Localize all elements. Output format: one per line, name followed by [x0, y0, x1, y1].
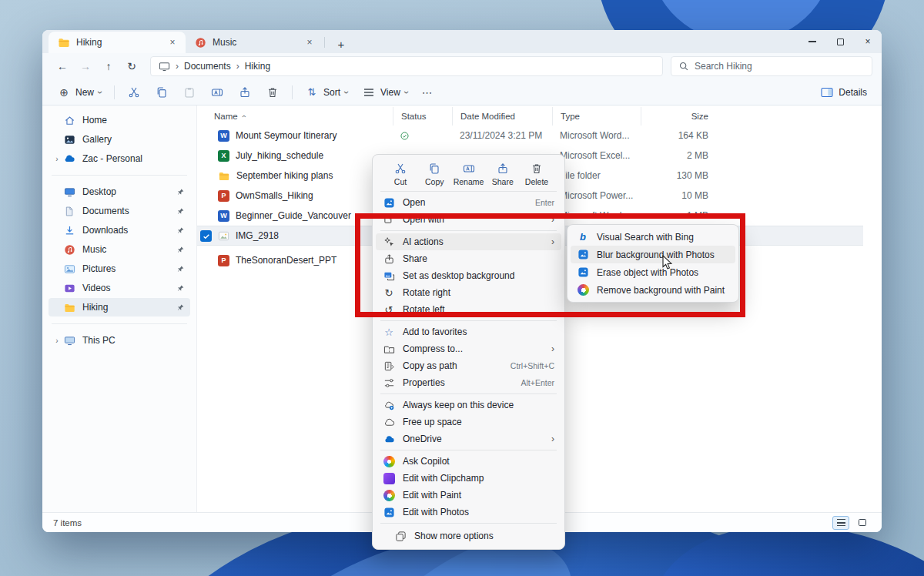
- expand-chevron-icon[interactable]: ›: [52, 337, 62, 345]
- pin-icon[interactable]: [175, 284, 186, 293]
- pin-icon[interactable]: [175, 226, 186, 235]
- pin-icon[interactable]: [175, 246, 186, 254]
- menu-item-edit-with-photos[interactable]: Edit with Photos: [376, 504, 561, 521]
- menu-item-edit-with-clipchamp[interactable]: Edit with Clipchamp: [376, 470, 561, 487]
- delete-button[interactable]: [259, 82, 286, 103]
- search-input[interactable]: [695, 61, 865, 72]
- rotate-left-icon: ↺: [383, 303, 395, 316]
- file-row[interactable]: WMount Seymour Itinerary 23/11/2024 3:21…: [197, 126, 882, 146]
- more-options-button[interactable]: ⋯: [415, 82, 440, 103]
- pin-icon[interactable]: [175, 207, 186, 216]
- submenu-item-visual-search-bing[interactable]: b Visual Search with Bing: [571, 228, 735, 246]
- column-header-size[interactable]: Size: [641, 107, 718, 126]
- refresh-button[interactable]: ↻: [121, 56, 142, 76]
- menu-item-always-keep-on-device[interactable]: Always keep on this device: [376, 397, 561, 414]
- sidebar-item-pictures[interactable]: Pictures: [49, 260, 190, 278]
- submenu-item-blur-background-photos[interactable]: Blur background with Photos: [571, 246, 735, 263]
- chevron-down-icon: ›: [342, 91, 351, 94]
- forward-button[interactable]: →: [75, 56, 96, 76]
- copy-command[interactable]: Copy: [419, 162, 450, 186]
- search-box[interactable]: [671, 56, 872, 76]
- menu-item-add-to-favorites[interactable]: ☆ Add to favorites: [376, 323, 561, 340]
- new-tab-button[interactable]: +: [331, 35, 351, 53]
- breadcrumb[interactable]: › Documents › Hiking: [150, 56, 663, 76]
- share-command[interactable]: Share: [487, 162, 518, 186]
- menu-item-ask-copilot[interactable]: Ask Copilot: [376, 453, 561, 470]
- details-view-button[interactable]: [832, 516, 849, 530]
- close-button[interactable]: ×: [854, 30, 882, 53]
- tab-hiking[interactable]: Hiking ×: [49, 32, 186, 53]
- rename-command[interactable]: Rename: [454, 162, 484, 186]
- expand-chevron-icon[interactable]: ›: [52, 155, 62, 163]
- chevron-right-icon: ›: [236, 61, 239, 72]
- selected-checkbox[interactable]: [200, 230, 212, 242]
- menu-item-onedrive[interactable]: OneDrive ›: [376, 430, 561, 447]
- pin-icon[interactable]: [175, 265, 186, 273]
- large-icons-view-button[interactable]: [854, 516, 871, 530]
- menu-item-share[interactable]: Share: [376, 250, 561, 267]
- tab-music[interactable]: Music ×: [186, 32, 323, 53]
- copy-button[interactable]: [148, 82, 176, 103]
- back-button[interactable]: ←: [52, 56, 73, 76]
- sort-button[interactable]: ⇅ Sort ›: [298, 82, 355, 103]
- trash-icon: [531, 162, 544, 175]
- cut-button[interactable]: [120, 82, 148, 103]
- sidebar-item-desktop[interactable]: Desktop: [49, 183, 190, 201]
- view-button[interactable]: View ›: [355, 82, 415, 103]
- submenu-item-remove-background-paint[interactable]: Remove background with Paint: [571, 281, 735, 299]
- menu-item-set-desktop-background[interactable]: Set as desktop background: [376, 267, 561, 284]
- menu-item-open[interactable]: Open Enter: [376, 194, 561, 211]
- paste-button[interactable]: [176, 82, 203, 103]
- tab-close-icon[interactable]: ×: [303, 35, 316, 49]
- menu-item-copy-as-path[interactable]: Copy as path Ctrl+Shift+C: [376, 357, 561, 374]
- menu-divider: [380, 393, 557, 394]
- share-icon: [238, 85, 252, 99]
- menu-item-show-more-options[interactable]: Show more options: [376, 526, 561, 546]
- column-header-status[interactable]: Status: [393, 107, 452, 126]
- up-button[interactable]: ↑: [98, 56, 119, 76]
- sidebar-item-home[interactable]: Home: [49, 111, 190, 129]
- menu-item-compress-to[interactable]: Compress to... ›: [376, 340, 561, 357]
- sidebar-item-downloads[interactable]: Downloads: [49, 221, 190, 239]
- column-header-name[interactable]: Name ›: [197, 107, 393, 126]
- sidebar-item-zac-personal[interactable]: › Zac - Personal: [49, 149, 190, 168]
- breadcrumb-hiking[interactable]: Hiking: [245, 61, 270, 72]
- column-header-date-modified[interactable]: Date Modified: [452, 107, 552, 126]
- minimize-button[interactable]: [798, 30, 826, 53]
- photos-app-icon: [577, 266, 589, 279]
- music-icon: [62, 244, 76, 256]
- sidebar-item-this-pc[interactable]: › This PC: [49, 331, 190, 350]
- menu-item-edit-with-paint[interactable]: Edit with Paint: [376, 487, 561, 504]
- tab-label: Hiking: [76, 37, 159, 48]
- share-button[interactable]: [231, 82, 259, 103]
- new-button[interactable]: ⊕ New ›: [50, 82, 109, 103]
- menu-item-free-up-space[interactable]: Free up space: [376, 414, 561, 430]
- menu-item-open-with[interactable]: Open with ›: [376, 211, 561, 228]
- media-player-icon: [195, 37, 206, 49]
- rename-icon: [210, 85, 224, 99]
- menu-item-ai-actions[interactable]: AI actions ›: [376, 233, 561, 250]
- address-bar: ← → ↑ ↻ › Documents › Hiking: [42, 53, 882, 79]
- rename-button[interactable]: [203, 82, 231, 103]
- breadcrumb-documents[interactable]: Documents: [184, 61, 231, 72]
- tab-close-icon[interactable]: ×: [166, 35, 179, 49]
- maximize-button[interactable]: [826, 30, 854, 53]
- details-pane-button[interactable]: Details: [813, 82, 874, 103]
- sidebar-item-videos[interactable]: Videos: [49, 279, 190, 297]
- pin-icon[interactable]: [175, 188, 186, 196]
- sidebar-item-music[interactable]: Music: [49, 240, 190, 259]
- column-header-type[interactable]: Type: [552, 107, 641, 126]
- delete-command[interactable]: Delete: [521, 162, 552, 186]
- sidebar-item-documents[interactable]: Documents: [49, 202, 190, 220]
- submenu-item-erase-object-photos[interactable]: Erase object with Photos: [571, 263, 735, 281]
- cut-command[interactable]: Cut: [385, 162, 416, 186]
- folder-icon: [62, 302, 76, 313]
- sidebar-item-hiking[interactable]: Hiking: [49, 298, 190, 316]
- menu-item-rotate-left[interactable]: ↺ Rotate left: [376, 301, 561, 318]
- menu-item-rotate-right[interactable]: ↻ Rotate right: [376, 284, 561, 301]
- pin-icon[interactable]: [175, 303, 186, 312]
- paint-icon: [383, 490, 395, 501]
- menu-item-properties[interactable]: Properties Alt+Enter: [376, 374, 561, 391]
- sidebar-item-gallery[interactable]: Gallery: [49, 130, 190, 149]
- tab-strip: Hiking × Music × + ×: [42, 30, 882, 53]
